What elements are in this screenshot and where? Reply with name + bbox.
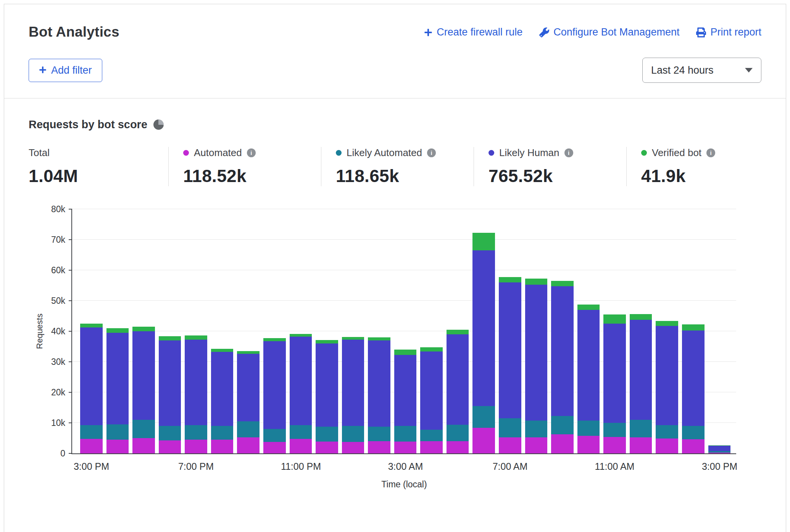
bar-segment-verified-bot — [603, 314, 626, 324]
stat-total-label: Total — [29, 147, 50, 159]
bar-segment-automated — [263, 442, 286, 453]
time-range-select[interactable]: Last 24 hours — [642, 58, 761, 83]
bar-segment-verified-bot — [185, 335, 207, 340]
info-icon[interactable]: i — [706, 148, 715, 157]
chart-bar[interactable] — [132, 209, 155, 453]
bar-segment-automated — [342, 442, 364, 453]
bar-segment-likely-automated — [316, 427, 338, 441]
header-actions: Create firewall rule Configure Bot Manag… — [424, 24, 761, 38]
info-icon[interactable]: i — [564, 148, 573, 157]
bar-segment-verified-bot — [106, 328, 129, 333]
add-filter-button[interactable]: Add filter — [29, 59, 102, 82]
bar-segment-automated — [708, 453, 731, 453]
info-icon[interactable]: i — [247, 148, 256, 157]
bar-segment-likely-human — [577, 310, 600, 421]
bar-segment-automated — [106, 440, 129, 453]
chart-bar[interactable] — [159, 209, 181, 453]
configure-bot-management-link[interactable]: Configure Bot Management — [539, 26, 679, 38]
wrench-icon — [539, 27, 549, 37]
chart-bar[interactable] — [342, 209, 364, 453]
bar-segment-likely-human — [290, 337, 312, 425]
y-axis-title: Requests — [35, 314, 45, 349]
bar-segment-likely-automated — [551, 416, 574, 434]
bar-segment-likely-automated — [447, 425, 469, 441]
bar-segment-verified-bot — [132, 327, 155, 331]
bar-segment-automated — [132, 438, 155, 453]
bar-segment-automated — [290, 439, 312, 453]
chart-bar[interactable] — [185, 209, 207, 453]
bar-segment-likely-human — [630, 320, 652, 420]
chart-bar[interactable] — [603, 209, 626, 453]
bar-segment-likely-human — [472, 250, 495, 406]
info-icon[interactable]: i — [427, 148, 436, 157]
chart-bar[interactable] — [577, 209, 600, 453]
bar-segment-likely-automated — [263, 429, 286, 442]
bar-segment-automated — [80, 439, 103, 453]
chart-bar[interactable] — [472, 209, 495, 453]
y-axis-tick-mark — [69, 392, 72, 393]
bar-segment-likely-automated — [159, 426, 181, 440]
stat-automated[interactable]: Automated i 118.52k — [168, 147, 321, 186]
chart-bar[interactable] — [499, 209, 521, 453]
chart-bar[interactable] — [263, 209, 286, 453]
chart-bar[interactable] — [420, 209, 443, 453]
chart-bar[interactable] — [316, 209, 338, 453]
chart-bar[interactable] — [630, 209, 652, 453]
bar-segment-verified-bot — [394, 350, 417, 355]
chart-bar[interactable] — [525, 209, 548, 453]
chart-bar[interactable] — [237, 209, 260, 453]
bar-segment-likely-automated — [237, 421, 260, 437]
bar-segment-likely-human — [551, 286, 574, 416]
y-axis-tick-mark — [69, 300, 72, 301]
bar-segment-automated — [656, 438, 678, 453]
plus-icon — [39, 64, 47, 76]
bar-segment-verified-bot — [290, 334, 312, 337]
plus-icon — [424, 28, 432, 37]
bar-segment-automated — [394, 442, 417, 453]
configure-bot-management-label: Configure Bot Management — [553, 26, 679, 38]
create-firewall-rule-link[interactable]: Create firewall rule — [424, 26, 522, 38]
chart-bar[interactable] — [447, 209, 469, 453]
bar-segment-verified-bot — [630, 314, 652, 320]
bar-segment-automated — [211, 440, 234, 453]
chart-bar[interactable] — [551, 209, 574, 453]
bar-segment-verified-bot — [499, 277, 521, 282]
chart-bar[interactable] — [368, 209, 390, 453]
y-axis-tick-label: 70k — [51, 235, 65, 245]
bar-segment-likely-automated — [80, 425, 103, 439]
stat-likely-automated-value: 118.65k — [336, 166, 474, 186]
print-report-link[interactable]: Print report — [696, 26, 761, 38]
print-report-label: Print report — [710, 26, 761, 38]
chart-bar[interactable] — [106, 209, 129, 453]
bar-segment-automated — [316, 442, 338, 453]
bar-segment-automated — [525, 437, 548, 453]
bar-segment-automated — [630, 437, 652, 453]
chart-bar[interactable] — [656, 209, 678, 453]
bar-segment-likely-human — [708, 446, 731, 451]
chart-bar[interactable] — [211, 209, 234, 453]
bar-segment-verified-bot — [525, 279, 548, 284]
chart-bar[interactable] — [708, 209, 731, 453]
bar-segment-likely-human — [682, 330, 705, 426]
y-axis-tick-mark — [69, 209, 72, 210]
bar-segment-likely-automated — [499, 418, 521, 437]
stat-likely-automated[interactable]: Likely Automated i 118.65k — [321, 147, 474, 186]
chart-bar[interactable] — [80, 209, 103, 453]
bar-segment-likely-automated — [132, 420, 155, 438]
add-filter-label: Add filter — [51, 64, 92, 76]
stat-likely-human[interactable]: Likely Human i 765.52k — [474, 147, 626, 186]
x-axis-tick-label: 3:00 PM — [74, 461, 109, 472]
y-axis-tick-label: 60k — [51, 265, 65, 276]
plot-area: Requests Time (local) 010k20k30k40k50k60… — [71, 209, 736, 454]
y-axis-tick-label: 0 — [60, 448, 65, 459]
chart-bar[interactable] — [682, 209, 705, 453]
requests-chart: Requests Time (local) 010k20k30k40k50k60… — [29, 203, 740, 496]
y-axis-tick-label: 20k — [51, 387, 65, 398]
stat-automated-value: 118.52k — [183, 166, 321, 186]
chart-bar[interactable] — [290, 209, 312, 453]
y-axis-tick-mark — [69, 361, 72, 362]
chart-bar[interactable] — [394, 209, 417, 453]
bar-segment-likely-automated — [106, 424, 129, 440]
stat-verified-bot[interactable]: Verified bot i 41.9k — [626, 147, 779, 186]
automated-color-dot — [183, 150, 189, 156]
